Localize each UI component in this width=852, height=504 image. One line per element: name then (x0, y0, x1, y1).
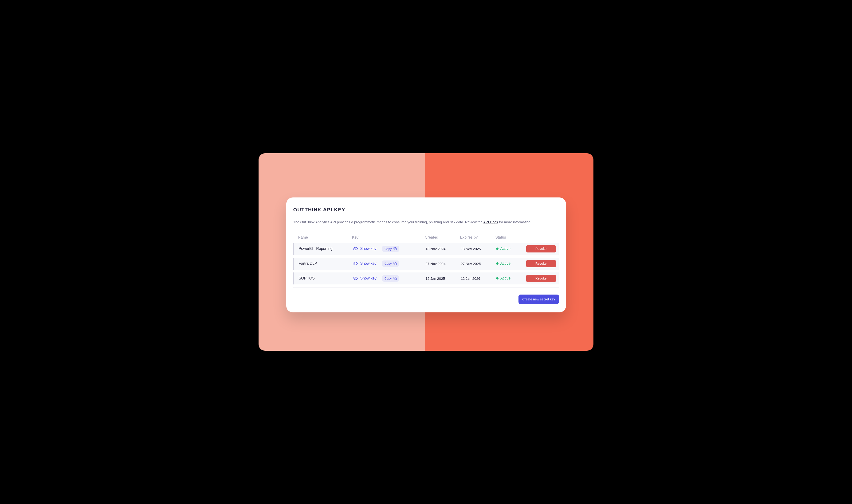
copy-icon (394, 277, 397, 280)
copy-icon (394, 262, 397, 265)
copy-icon (394, 247, 397, 250)
status-dot-icon (496, 248, 498, 250)
row-key-cell: Show key Copy (353, 246, 425, 252)
table-row: PowerBI - Reporting Show key (293, 243, 559, 255)
row-created: 12 Jan 2025 (425, 276, 461, 281)
eye-icon (353, 247, 358, 251)
col-key: Key (352, 235, 425, 239)
row-expires: 12 Jan 2026 (461, 276, 496, 281)
svg-point-2 (355, 263, 356, 264)
api-key-card: OUTTHINK API KEY The OutThink Analytics … (286, 197, 566, 312)
header-divider (352, 210, 559, 210)
svg-rect-5 (395, 278, 397, 280)
row-created: 27 Nov 2024 (425, 262, 461, 266)
show-key-button[interactable]: Show key (353, 262, 377, 266)
show-key-button[interactable]: Show key (353, 276, 377, 281)
table-header: Name Key Created Expires by Status (293, 235, 559, 243)
row-status: Active (496, 262, 526, 266)
status-label: Active (501, 276, 511, 281)
table-row: SOPHOS Show key Copy (293, 272, 559, 285)
api-docs-link[interactable]: API Docs (483, 220, 498, 224)
card-footer: Create new secret key (293, 294, 559, 304)
copy-label: Copy (384, 247, 392, 251)
card-title: OUTTHINK API KEY (293, 207, 345, 213)
show-key-label: Show key (360, 276, 377, 281)
eye-icon (353, 262, 358, 265)
revoke-button[interactable]: Revoke (526, 245, 556, 252)
show-key-label: Show key (360, 247, 377, 251)
row-key-cell: Show key Copy (353, 275, 425, 282)
table-row: Fortra DLP Show key (293, 258, 559, 270)
copy-button[interactable]: Copy (382, 260, 399, 267)
stage-inner: OUTTHINK API KEY The OutThink Analytics … (258, 153, 594, 351)
status-label: Active (501, 262, 511, 266)
row-name: SOPHOS (299, 276, 353, 281)
svg-point-4 (355, 277, 356, 279)
create-new-secret-key-button[interactable]: Create new secret key (519, 294, 559, 304)
status-dot-icon (496, 262, 498, 265)
status-label: Active (501, 247, 511, 251)
card-header: OUTTHINK API KEY (293, 207, 559, 213)
copy-button[interactable]: Copy (382, 246, 399, 252)
row-expires: 13 Nov 2025 (461, 247, 496, 251)
row-key-cell: Show key Copy (353, 260, 425, 267)
row-status: Active (496, 247, 526, 251)
row-status: Active (496, 276, 526, 281)
revoke-button[interactable]: Revoke (526, 275, 556, 282)
copy-button[interactable]: Copy (382, 275, 399, 282)
svg-point-0 (355, 248, 356, 249)
background-stage: OUTTHINK API KEY The OutThink Analytics … (258, 153, 594, 351)
copy-label: Copy (384, 277, 392, 280)
card-description: The OutThink Analytics API provides a pr… (293, 219, 559, 225)
col-expires: Expires by (460, 235, 495, 239)
svg-rect-3 (395, 263, 397, 265)
col-created: Created (425, 235, 460, 239)
api-key-table: Name Key Created Expires by Status Power… (293, 235, 559, 288)
col-status: Status (495, 235, 526, 239)
row-name: Fortra DLP (299, 262, 353, 266)
svg-rect-1 (395, 248, 397, 250)
row-expires: 27 Nov 2025 (461, 262, 496, 266)
status-dot-icon (496, 277, 498, 280)
description-post: for more information. (498, 220, 532, 224)
col-name: Name (298, 235, 352, 239)
row-name: PowerBI - Reporting (299, 247, 353, 251)
eye-icon (353, 276, 358, 280)
show-key-label: Show key (360, 262, 377, 266)
copy-label: Copy (384, 262, 392, 265)
table-divider (293, 287, 559, 288)
description-pre: The OutThink Analytics API provides a pr… (293, 220, 484, 224)
row-created: 13 Nov 2024 (425, 247, 461, 251)
revoke-button[interactable]: Revoke (526, 260, 556, 267)
show-key-button[interactable]: Show key (353, 247, 377, 251)
